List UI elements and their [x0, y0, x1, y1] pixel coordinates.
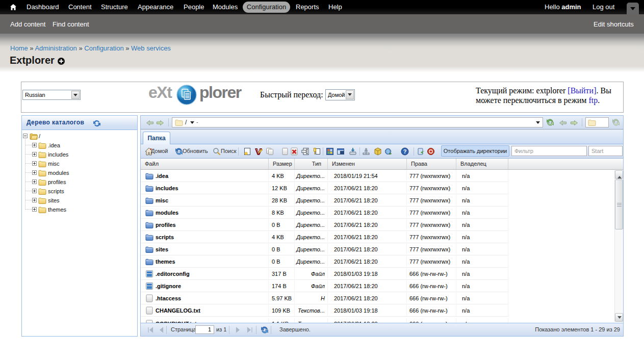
svg-text:?: ?: [403, 148, 407, 155]
